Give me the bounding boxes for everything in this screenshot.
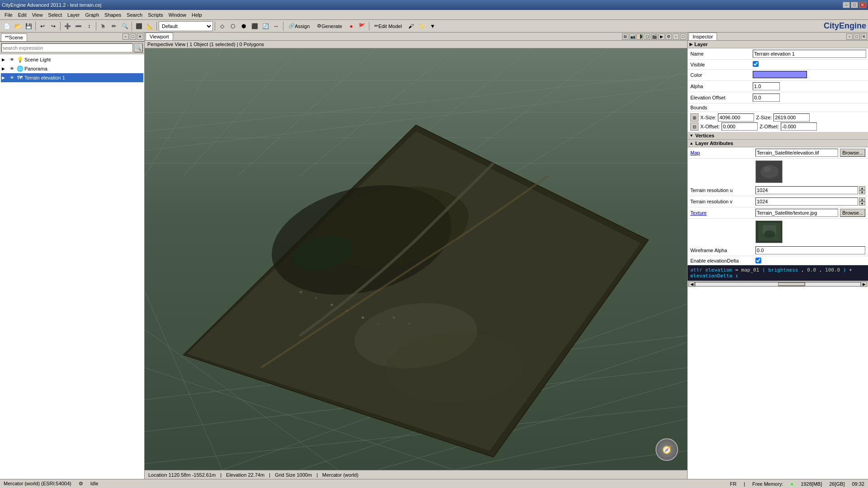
- terrain-res-v-input[interactable]: [755, 197, 858, 206]
- menu-view[interactable]: View: [29, 11, 46, 19]
- edit-model-button[interactable]: ✏ Edit Model: [371, 21, 405, 31]
- tb-edge[interactable]: ⬡: [228, 21, 238, 31]
- x-offset-input[interactable]: [722, 122, 758, 131]
- name-input[interactable]: [753, 50, 866, 58]
- texture-browse-btn[interactable]: Browse...: [840, 209, 865, 217]
- tb-flag[interactable]: 🚩: [357, 21, 367, 31]
- inspector-close-btn[interactable]: ✕: [861, 33, 867, 40]
- scroll-track[interactable]: [695, 282, 861, 286]
- layer-attributes-section-header[interactable]: ▲ Layer Attributes: [688, 140, 868, 147]
- inspector-tab[interactable]: Inspector: [689, 33, 717, 40]
- scroll-thumb[interactable]: [778, 282, 805, 286]
- scene-close-btn[interactable]: ✕: [137, 33, 143, 40]
- z-size-input[interactable]: [774, 113, 810, 122]
- tb-save[interactable]: 💾: [24, 21, 33, 31]
- assign-button[interactable]: 🔗 Assign: [285, 21, 313, 31]
- vertices-section-header[interactable]: ▼ Vertices: [688, 132, 868, 140]
- viewport-max-btn[interactable]: □: [680, 33, 686, 40]
- inspector-min-btn[interactable]: −: [846, 33, 853, 40]
- menu-file[interactable]: File: [2, 11, 15, 19]
- terrain-res-u-input[interactable]: [755, 186, 858, 194]
- menu-select[interactable]: Select: [45, 11, 65, 19]
- tb-undo[interactable]: ↩: [38, 21, 47, 31]
- viewport-min-btn[interactable]: −: [673, 33, 679, 40]
- menu-window[interactable]: Window: [166, 11, 189, 19]
- enable-elevation-checkbox[interactable]: [755, 258, 761, 263]
- scroll-left-btn[interactable]: ◀: [689, 282, 695, 287]
- tb-face[interactable]: ⬢: [239, 21, 249, 31]
- menu-scripts[interactable]: Scripts: [145, 11, 166, 19]
- menu-layer[interactable]: Layer: [65, 11, 83, 19]
- tb-wand[interactable]: ✨: [417, 21, 427, 31]
- tb-remove[interactable]: ➖: [73, 21, 83, 31]
- tb-new[interactable]: 📄: [2, 21, 12, 31]
- tb-vertex[interactable]: ◇: [217, 21, 227, 31]
- viewport-shading-btn[interactable]: 🌗: [637, 33, 643, 40]
- tb-align[interactable]: ⬛: [134, 21, 144, 31]
- viewport-anim-btn[interactable]: ▶: [658, 33, 665, 40]
- menu-graph[interactable]: Graph: [82, 11, 102, 19]
- generate-button[interactable]: ⚙ Generate: [314, 21, 345, 31]
- menu-search[interactable]: Search: [124, 11, 145, 19]
- viewport-tab[interactable]: Viewport: [146, 33, 173, 40]
- code-scroll-indicator: ↕: [735, 273, 738, 279]
- viewport-overlay-btn[interactable]: ◻: [644, 33, 650, 40]
- scene-min-btn[interactable]: −: [123, 33, 129, 40]
- viewport-cam-btn[interactable]: 📷: [629, 33, 636, 40]
- menu-shapes[interactable]: Shapes: [102, 11, 124, 19]
- tb-paint2[interactable]: 🖌: [406, 21, 416, 31]
- viewport-render-btn[interactable]: 🎬: [651, 33, 657, 40]
- elevation-offset-input[interactable]: [753, 94, 780, 102]
- map-input[interactable]: [755, 149, 838, 157]
- z-offset-input[interactable]: [781, 122, 817, 131]
- menu-edit[interactable]: Edit: [15, 11, 29, 19]
- res-v-down[interactable]: ▼: [859, 202, 865, 206]
- tb-paint[interactable]: ✏: [109, 21, 119, 31]
- res-u-down[interactable]: ▼: [859, 190, 865, 194]
- texture-input[interactable]: [755, 209, 838, 217]
- scene-max-btn[interactable]: □: [130, 33, 136, 40]
- tb-rotate[interactable]: 🔄: [260, 21, 270, 31]
- minimize-button[interactable]: −: [843, 2, 850, 8]
- tree-item-terrain[interactable]: ▶ 👁 🗺 Terrain elevation 1: [1, 73, 143, 82]
- tb-add[interactable]: ➕: [62, 21, 72, 31]
- map-browse-btn[interactable]: Browse...: [840, 149, 865, 157]
- tb-dropdown2[interactable]: ▼: [428, 21, 438, 31]
- tb-object[interactable]: ⬛: [250, 21, 259, 31]
- map-label[interactable]: Map: [690, 150, 754, 155]
- res-u-up[interactable]: ▲: [859, 186, 865, 190]
- tb-open[interactable]: 📂: [13, 21, 23, 31]
- alpha-input[interactable]: [753, 82, 780, 90]
- res-v-up[interactable]: ▲: [859, 197, 865, 202]
- viewport-canvas[interactable]: 🧭: [145, 48, 687, 470]
- viewport-settings-btn[interactable]: ⚙: [665, 33, 672, 40]
- search-input[interactable]: [1, 43, 133, 52]
- visible-checkbox[interactable]: [753, 61, 759, 67]
- tb-mode-dropdown[interactable]: Default: [159, 21, 213, 31]
- close-button[interactable]: ✕: [859, 2, 866, 8]
- search-button[interactable]: 🔍: [134, 43, 143, 52]
- texture-thumb-svg: [756, 221, 782, 243]
- x-size-input[interactable]: [718, 113, 754, 122]
- tb-scale[interactable]: ↔: [271, 21, 281, 31]
- wireframe-alpha-input[interactable]: [755, 246, 865, 254]
- tb-snap[interactable]: 📐: [145, 21, 155, 31]
- maximize-button[interactable]: □: [851, 2, 858, 8]
- menu-help[interactable]: Help: [189, 11, 205, 19]
- scroll-right-btn[interactable]: ▶: [861, 282, 867, 287]
- tree-item-panorama[interactable]: ▶ 👁 🌐 Panorama: [1, 64, 143, 73]
- texture-label[interactable]: Texture: [690, 210, 754, 216]
- tb-redo[interactable]: ↪: [48, 21, 58, 31]
- tb-move[interactable]: ↕: [84, 21, 94, 31]
- viewport-view-label: Perspective View | 1 Object (1 selected)…: [147, 42, 264, 47]
- viewport-view-btn[interactable]: ⊞: [622, 33, 628, 40]
- viewport-tab-bar: Viewport ⊞ 📷 🌗 ◻ 🎬 ▶ ⚙ − □: [145, 33, 687, 41]
- tree-item-scene-light[interactable]: ▶ 👁 💡 Scene Light: [1, 55, 143, 64]
- color-swatch[interactable]: [753, 71, 807, 78]
- tb-red[interactable]: ●: [346, 21, 356, 31]
- inspector-max-btn[interactable]: □: [854, 33, 860, 40]
- layer-section-header[interactable]: ▶ Layer: [688, 41, 868, 48]
- tb-select-tool[interactable]: 🖱: [98, 21, 108, 31]
- tb-zoom[interactable]: 🔍: [120, 21, 130, 31]
- scene-tab[interactable]: **Scene: [1, 33, 27, 41]
